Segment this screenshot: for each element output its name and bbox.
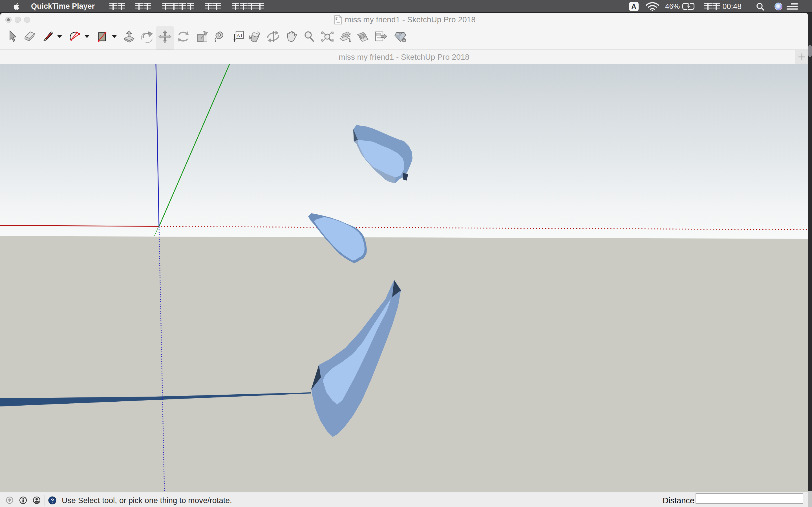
svg-text:.skp: .skp (336, 21, 340, 23)
svg-text:A1: A1 (237, 33, 243, 38)
svg-text:?: ? (50, 497, 54, 504)
